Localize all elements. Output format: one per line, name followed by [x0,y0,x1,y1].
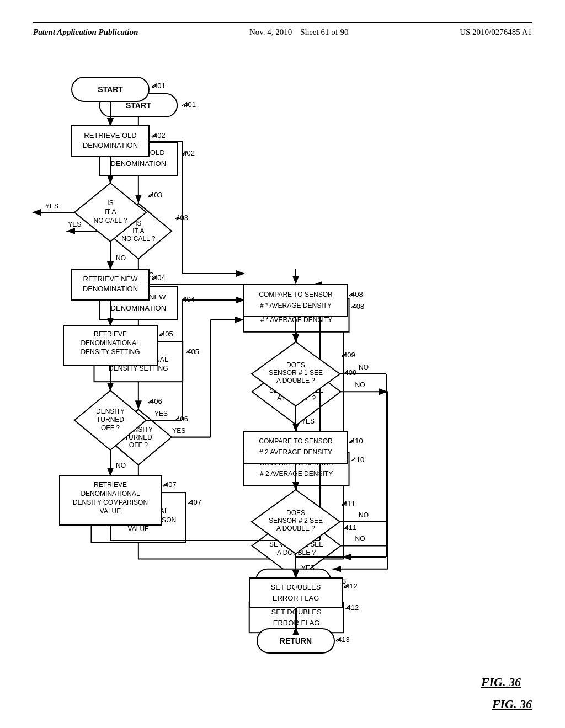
no-409: NO [359,363,369,371]
410-text: COMPARE TO SENSOR [259,437,333,445]
no-411: NO [359,511,369,519]
no-406: NO [116,462,126,469]
yes-409: YES [301,417,315,425]
409-text: DOES [286,361,305,369]
main-flowchart: START 401 RETRIEVE OLD DENOMINATION 402 … [0,61,497,667]
sheet: Sheet 61 of 90 [300,28,348,36]
svg-text:DENSITY SETTING: DENSITY SETTING [81,348,140,356]
no-403: NO [116,254,126,262]
405-text: RETRIEVE [94,330,127,338]
404-text: RETRIEVE NEW [83,275,138,283]
svg-text:DENOMINATIONAL: DENOMINATIONAL [81,339,140,347]
yes-411: YES [301,564,315,572]
diagram-wrapper: START 401 RETRIEVE OLD DENOMINATION 402 … [0,61,565,711]
403-text: IS [107,199,113,207]
svg-rect-89 [244,285,348,317]
date: Nov. 4, 2010 [249,28,292,36]
svg-text:SENSOR # 1 SEE: SENSOR # 1 SEE [269,369,323,377]
svg-text:DENOMINATION: DENOMINATION [83,141,138,149]
407-text: RETRIEVE [94,481,127,489]
page-header: Patent Application Publication Nov. 4, 2… [33,22,532,37]
start-text: START [98,85,123,94]
svg-text:# 2 AVERAGE DENSITY: # 2 AVERAGE DENSITY [259,448,332,456]
svg-text:OFF ?: OFF ? [101,424,120,432]
402-text: RETRIEVE OLD [84,131,136,140]
svg-text:DENOMINATION: DENOMINATION [83,285,138,293]
svg-text:A DOUBLE ?: A DOUBLE ? [276,524,315,532]
date-sheet: Nov. 4, 2010 Sheet 61 of 90 [249,28,348,37]
yes-406: YES [154,410,168,417]
figure-label: FIG. 36 [481,675,521,689]
svg-rect-102 [244,431,348,463]
publication-label: Patent Application Publication [33,28,138,37]
408-text: COMPARE TO SENSOR [259,291,333,298]
svg-text:DENSITY COMPARISON: DENSITY COMPARISON [73,499,148,506]
svg-text:NO CALL ?: NO CALL ? [94,217,127,224]
yes-403: YES [45,202,58,210]
411-text: DOES [286,509,305,517]
patent-number: US 2010/0276485 A1 [460,28,532,37]
413-text: RETURN [280,636,312,645]
svg-text:# * AVERAGE DENSITY: # * AVERAGE DENSITY [260,302,332,309]
svg-text:SENSOR # 2 SEE: SENSOR # 2 SEE [269,517,323,524]
svg-text:TURNED: TURNED [97,416,124,424]
406-text: DENSITY [96,408,125,415]
svg-text:DENOMINATIONAL: DENOMINATIONAL [81,490,140,497]
svg-text:A DOUBLE ?: A DOUBLE ? [276,377,315,384]
svg-text:IT A: IT A [104,208,116,216]
svg-text:VALUE: VALUE [100,507,121,515]
